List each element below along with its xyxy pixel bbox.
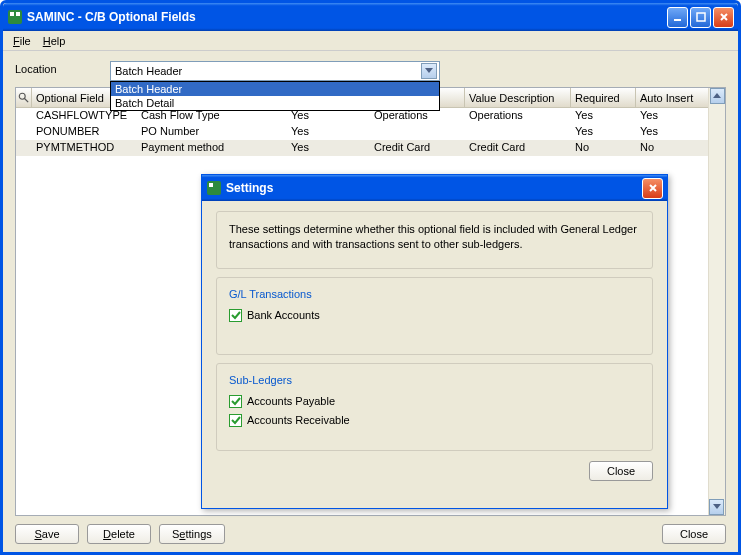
scroll-down-icon[interactable] <box>709 499 724 515</box>
save-button[interactable]: Save <box>15 524 79 544</box>
bank-accounts-label: Bank Accounts <box>247 309 320 321</box>
dialog-title: Settings <box>226 181 642 195</box>
svg-rect-8 <box>209 183 213 187</box>
table-row[interactable]: PYMTMETHOD Payment method Yes Credit Car… <box>16 140 725 156</box>
bank-accounts-checkbox[interactable] <box>229 309 242 322</box>
search-icon[interactable] <box>16 88 32 107</box>
svg-rect-1 <box>10 12 14 16</box>
menu-help[interactable]: Help <box>37 33 72 49</box>
dialog-close-button[interactable]: Close <box>589 461 653 481</box>
svg-point-5 <box>19 93 25 99</box>
main-window: SAMINC - C/B Optional Fields File Help L… <box>0 0 741 555</box>
settings-button[interactable]: Settings <box>159 524 225 544</box>
gl-transactions-group: G/L Transactions Bank Accounts <box>216 277 653 355</box>
dialog-titlebar[interactable]: Settings <box>202 175 667 201</box>
table-row[interactable]: PONUMBER PO Number Yes Yes Yes <box>16 124 725 140</box>
window-title: SAMINC - C/B Optional Fields <box>27 10 667 24</box>
menubar: File Help <box>3 31 738 51</box>
chevron-down-icon[interactable] <box>421 63 437 79</box>
scroll-up-icon[interactable] <box>710 88 725 104</box>
bottom-button-bar: Save Delete Settings Close <box>3 516 738 552</box>
dropdown-option-batch-header[interactable]: Batch Header <box>111 82 439 96</box>
col-auto-insert[interactable]: Auto Insert <box>636 88 713 107</box>
location-dropdown: Batch Header Batch Detail <box>110 81 440 111</box>
sub-ledgers-group: Sub-Ledgers Accounts Payable Accounts Re… <box>216 363 653 451</box>
svg-rect-2 <box>16 12 20 16</box>
accounts-receivable-checkbox[interactable] <box>229 414 242 427</box>
vertical-scrollbar[interactable] <box>708 88 725 515</box>
titlebar[interactable]: SAMINC - C/B Optional Fields <box>3 3 738 31</box>
main-close-button[interactable]: Close <box>662 524 726 544</box>
delete-button[interactable]: Delete <box>87 524 151 544</box>
svg-rect-4 <box>697 13 705 21</box>
location-combo[interactable]: Batch Header <box>110 61 440 81</box>
intro-group: These settings determine whether this op… <box>216 211 653 269</box>
accounts-payable-checkbox[interactable] <box>229 395 242 408</box>
accounts-receivable-label: Accounts Receivable <box>247 414 350 426</box>
dialog-close-icon[interactable] <box>642 178 663 199</box>
settings-dialog: Settings These settings determine whethe… <box>201 174 668 509</box>
maximize-button[interactable] <box>690 7 711 28</box>
location-label: Location <box>15 61 110 75</box>
app-icon <box>7 9 23 25</box>
menu-file[interactable]: File <box>7 33 37 49</box>
close-button[interactable] <box>713 7 734 28</box>
col-value-description[interactable]: Value Description <box>465 88 571 107</box>
location-combo-text: Batch Header <box>115 65 421 77</box>
dropdown-option-batch-detail[interactable]: Batch Detail <box>111 96 439 110</box>
sub-ledgers-header: Sub-Ledgers <box>229 374 640 392</box>
dialog-icon <box>206 180 222 196</box>
intro-text: These settings determine whether this op… <box>229 222 640 258</box>
svg-rect-3 <box>674 19 681 21</box>
gl-header: G/L Transactions <box>229 288 640 306</box>
minimize-button[interactable] <box>667 7 688 28</box>
accounts-payable-label: Accounts Payable <box>247 395 335 407</box>
col-required[interactable]: Required <box>571 88 636 107</box>
